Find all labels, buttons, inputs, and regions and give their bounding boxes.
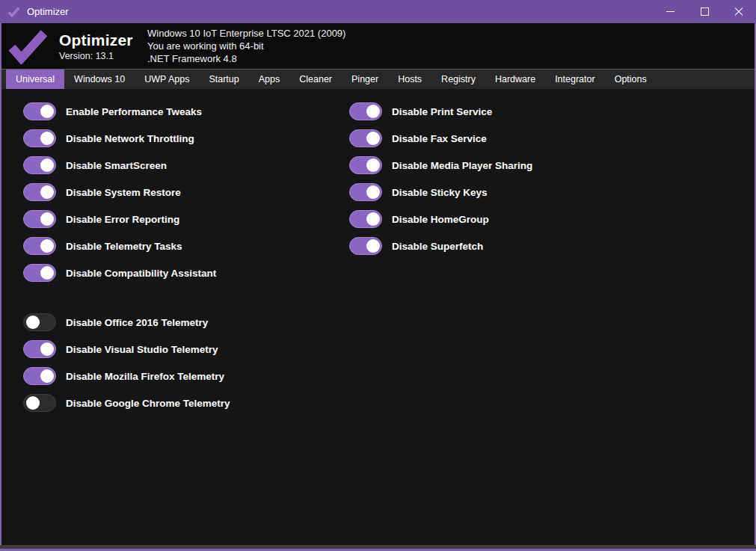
toggle-disable-office-2016-telemetry[interactable] <box>23 313 56 331</box>
toggle-knob <box>366 158 380 172</box>
tab-pinger[interactable]: Pinger <box>342 70 388 89</box>
toggle-label: Disable Network Throttling <box>66 133 194 144</box>
toggle-knob <box>40 185 54 199</box>
toggle-column-right: Disable Print Service Disable Fax Servic… <box>349 102 532 545</box>
app-logo-check-icon <box>7 28 48 64</box>
toggle-disable-media-player-sharing[interactable] <box>349 156 382 174</box>
toggle-disable-network-throttling[interactable] <box>23 129 56 147</box>
close-button[interactable] <box>722 0 756 23</box>
tab-integrator[interactable]: Integrator <box>545 70 605 89</box>
toggle-label: Disable Sticky Keys <box>392 187 488 198</box>
toggle-disable-error-reporting[interactable] <box>23 210 56 228</box>
toggle-disable-fax-service[interactable] <box>349 129 382 147</box>
toggle-disable-compatibility-assistant[interactable] <box>23 264 56 282</box>
toggle-knob <box>40 105 54 118</box>
toggle-knob <box>366 212 380 226</box>
toggle-disable-system-restore[interactable] <box>23 183 56 201</box>
toggle-row: Disable Google Chrome Telemetry <box>23 394 349 412</box>
toggle-row: Disable Compatibility Assistant <box>23 264 349 282</box>
toggle-row: Disable Sticky Keys <box>349 183 532 201</box>
tab-cleaner[interactable]: Cleaner <box>289 70 342 89</box>
toggle-row: Disable System Restore <box>23 183 349 201</box>
tab-apps[interactable]: Apps <box>249 70 290 89</box>
toggle-row: Disable Telemetry Tasks <box>23 237 349 255</box>
toggle-label: Disable System Restore <box>66 187 181 198</box>
titlebar: Optimizer <box>0 0 756 23</box>
toggle-row: Disable Print Service <box>349 102 532 120</box>
toggle-disable-mozilla-firefox-telemetry[interactable] <box>23 367 56 385</box>
os-info: Windows 10 IoT Enterprise LTSC 2021 (200… <box>147 27 345 40</box>
toggle-row: Disable Visual Studio Telemetry <box>23 340 349 358</box>
toggle-row: Disable Superfetch <box>349 237 532 255</box>
universal-tab-panel: Enable Performance Tweaks Disable Networ… <box>1 89 755 545</box>
toggle-label: Disable Compatibility Assistant <box>66 268 216 279</box>
app-window: Optimizer Optimizer Version: 13.1 Window… <box>0 0 756 551</box>
tab-hosts[interactable]: Hosts <box>388 70 431 89</box>
toggle-row: Disable Error Reporting <box>23 210 349 228</box>
toggle-knob <box>40 369 54 383</box>
dotnet-info: .NET Framework 4.8 <box>147 52 345 65</box>
minimize-icon <box>666 11 674 12</box>
toggle-knob <box>40 266 54 280</box>
toggle-disable-smartscreen[interactable] <box>23 156 56 174</box>
window-title: Optimizer <box>27 6 69 17</box>
toggle-disable-telemetry-tasks[interactable] <box>23 237 56 255</box>
toggle-label: Disable Print Service <box>392 106 492 117</box>
toggle-label: Disable Fax Service <box>392 133 487 144</box>
tab-hardware[interactable]: Hardware <box>485 70 545 89</box>
toggle-disable-homegroup[interactable] <box>349 210 382 228</box>
toggle-label: Disable Telemetry Tasks <box>66 241 182 252</box>
system-info: Windows 10 IoT Enterprise LTSC 2021 (200… <box>147 27 345 65</box>
maximize-button[interactable] <box>687 0 722 23</box>
tab-startup[interactable]: Startup <box>199 70 248 89</box>
toggle-knob <box>40 212 54 226</box>
toggle-enable-performance-tweaks[interactable] <box>23 102 56 120</box>
toggle-label: Disable Office 2016 Telemetry <box>66 317 208 328</box>
tab-universal[interactable]: Universal <box>6 70 64 89</box>
toggle-label: Disable Google Chrome Telemetry <box>66 398 230 409</box>
minimize-button[interactable] <box>653 0 687 23</box>
toggle-knob <box>40 158 54 172</box>
bottom-strip <box>0 545 756 549</box>
toggle-disable-print-service[interactable] <box>349 102 382 120</box>
toggle-knob <box>40 132 54 145</box>
toggle-label: Disable Media Player Sharing <box>392 160 532 171</box>
tab-windows-10[interactable]: Windows 10 <box>64 70 135 89</box>
toggle-label: Enable Performance Tweaks <box>66 106 202 117</box>
check-icon <box>7 7 20 17</box>
toggle-row: Disable Media Player Sharing <box>349 156 532 174</box>
toggle-row: Disable Fax Service <box>349 129 532 147</box>
toggle-row: Enable Performance Tweaks <box>23 102 349 120</box>
toggle-label: Disable Superfetch <box>392 241 483 252</box>
toggle-row: Disable Network Throttling <box>23 129 349 147</box>
toggle-row: Disable HomeGroup <box>349 210 532 228</box>
toggle-column-left: Enable Performance Tweaks Disable Networ… <box>23 102 349 545</box>
app-header: Optimizer Version: 13.1 Windows 10 IoT E… <box>1 23 755 69</box>
architecture-info: You are working with 64-bit <box>147 40 345 52</box>
toggle-knob <box>40 342 54 356</box>
toggle-disable-google-chrome-telemetry[interactable] <box>23 394 56 412</box>
tab-registry[interactable]: Registry <box>431 70 485 89</box>
toggle-disable-sticky-keys[interactable] <box>349 183 382 201</box>
toggle-row: Disable SmartScreen <box>23 156 349 174</box>
toggle-label: Disable Error Reporting <box>66 214 179 225</box>
toggle-knob <box>26 315 40 329</box>
close-icon <box>734 7 743 16</box>
toggle-knob <box>366 185 380 199</box>
toggle-label: Disable SmartScreen <box>66 160 167 171</box>
toggle-row: Disable Mozilla Firefox Telemetry <box>23 367 349 385</box>
toggle-knob <box>26 396 40 410</box>
toggle-row: Disable Office 2016 Telemetry <box>23 313 349 331</box>
toggle-knob <box>366 239 380 253</box>
app-name-block: Optimizer Version: 13.1 <box>59 31 137 61</box>
toggle-label: Disable HomeGroup <box>392 214 489 225</box>
toggle-knob <box>40 239 54 253</box>
tab-uwp-apps[interactable]: UWP Apps <box>135 70 199 89</box>
app-name: Optimizer <box>59 31 137 49</box>
toggle-disable-superfetch[interactable] <box>349 237 382 255</box>
toggle-knob <box>366 105 380 118</box>
toggle-label: Disable Mozilla Firefox Telemetry <box>66 371 224 382</box>
toggle-disable-visual-studio-telemetry[interactable] <box>23 340 56 358</box>
tab-options[interactable]: Options <box>605 70 657 89</box>
app-version: Version: 13.1 <box>59 51 137 61</box>
